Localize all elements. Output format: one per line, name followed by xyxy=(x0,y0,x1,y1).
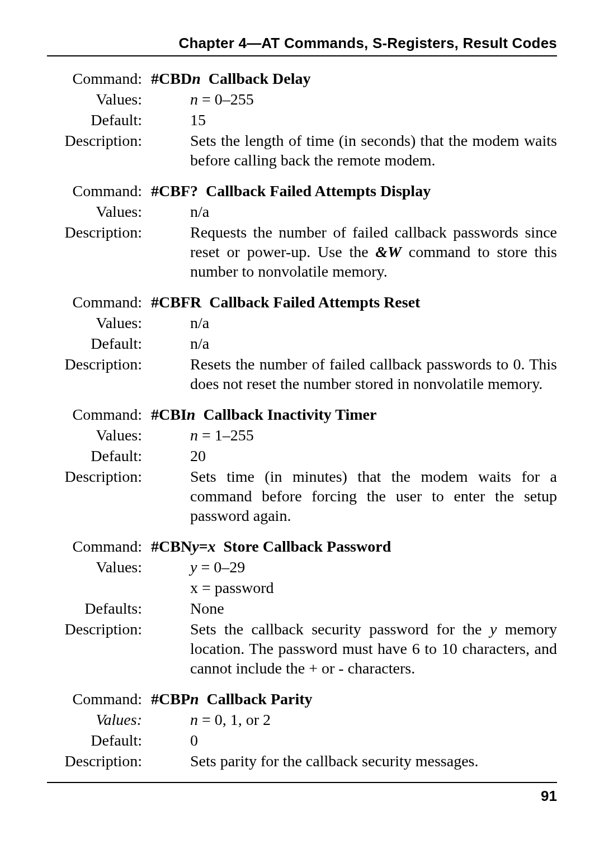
label-blank xyxy=(47,578,147,597)
value-text: n = 1–255 xyxy=(147,425,557,445)
label-default: Default: xyxy=(47,731,147,750)
label-values: Values: xyxy=(47,710,147,729)
label-description: Description: xyxy=(47,467,147,525)
description-text: Sets time (in minutes) that the modem wa… xyxy=(147,467,557,525)
label-values: Values: xyxy=(47,202,147,221)
label-description: Description: xyxy=(47,222,147,281)
label-values: Values: xyxy=(47,557,147,577)
command-title: #CBDn Callback Delay xyxy=(147,69,557,88)
value-text: n/a xyxy=(147,313,557,333)
label-description: Description: xyxy=(47,354,147,393)
label-defaults: Defaults: xyxy=(47,599,147,618)
value-text: n = 0, 1, or 2 xyxy=(147,710,557,729)
value-text: 20 xyxy=(147,446,557,466)
label-values: Values: xyxy=(47,425,147,445)
label-default: Default: xyxy=(47,446,147,466)
chapter-header: Chapter 4—AT Commands, S-Registers, Resu… xyxy=(47,35,557,56)
command-block-cbf: Command: #CBF? Callback Failed Attempts … xyxy=(47,181,557,281)
value-text: 15 xyxy=(147,110,557,130)
description-text: Sets the callback security password for … xyxy=(147,619,557,678)
value-text: 0 xyxy=(147,731,557,750)
label-command: Command: xyxy=(47,181,147,201)
command-title: #CBFR Callback Failed Attempts Reset xyxy=(147,292,557,312)
label-command: Command: xyxy=(47,69,147,88)
command-title: #CBF? Callback Failed Attempts Display xyxy=(147,181,557,201)
label-command: Command: xyxy=(47,689,147,709)
command-block-cbpn: Command: #CBPn Callback Parity Values: n… xyxy=(47,689,557,771)
label-description: Description: xyxy=(47,619,147,678)
value-text: None xyxy=(147,599,557,618)
description-text: Sets the length of time (in seconds) tha… xyxy=(147,131,557,170)
value-text: y = 0–29 xyxy=(147,557,557,577)
label-command: Command: xyxy=(47,292,147,312)
command-block-cbdn: Command: #CBDn Callback Delay Values: n … xyxy=(47,69,557,170)
page-container: Chapter 4—AT Commands, S-Registers, Resu… xyxy=(0,0,604,868)
value-text: x = password xyxy=(147,578,557,597)
command-block-cbny: Command: #CBNy=x Store Callback Password… xyxy=(47,537,557,678)
label-command: Command: xyxy=(47,537,147,556)
label-description: Description: xyxy=(47,751,147,771)
label-default: Default: xyxy=(47,334,147,353)
command-title: #CBPn Callback Parity xyxy=(147,689,557,709)
description-text: Requests the number of failed callback p… xyxy=(147,222,557,281)
command-block-cbin: Command: #CBIn Callback Inactivity Timer… xyxy=(47,405,557,525)
footer-rule xyxy=(47,782,557,783)
page-number: 91 xyxy=(47,788,557,805)
value-text: n/a xyxy=(147,202,557,221)
value-text: n = 0–255 xyxy=(147,89,557,109)
description-text: Sets parity for the callback security me… xyxy=(147,751,557,771)
value-text: n/a xyxy=(147,334,557,353)
command-block-cbfr: Command: #CBFR Callback Failed Attempts … xyxy=(47,292,557,393)
label-default: Default: xyxy=(47,110,147,130)
description-text: Resets the number of failed callback pas… xyxy=(147,354,557,393)
label-values: Values: xyxy=(47,89,147,109)
label-command: Command: xyxy=(47,405,147,424)
command-title: #CBNy=x Store Callback Password xyxy=(147,537,557,556)
label-description: Description: xyxy=(47,131,147,170)
command-title: #CBIn Callback Inactivity Timer xyxy=(147,405,557,424)
label-values: Values: xyxy=(47,313,147,333)
